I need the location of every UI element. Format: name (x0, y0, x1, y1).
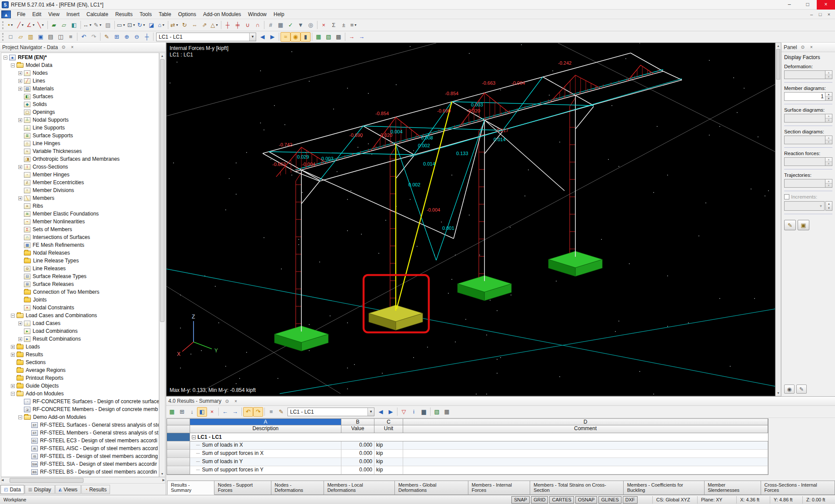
rotate-copy-icon[interactable]: ↻ (180, 20, 190, 30)
spinner-arrows[interactable]: ▲▼ (825, 71, 832, 79)
results-table-on-icon[interactable]: ▦ (167, 407, 177, 417)
tree-item[interactable]: ≣Surface Supports (1, 132, 159, 139)
divide-member-icon[interactable]: ╪ (233, 20, 243, 30)
tree-item[interactable]: −Add-on Modules (1, 390, 159, 398)
check-model-icon[interactable]: ✓ (286, 20, 296, 30)
collapse-icon[interactable]: − (11, 314, 15, 318)
group-row-cell[interactable]: −LC1 - LC1 (190, 433, 768, 441)
expand-icon[interactable]: + (18, 337, 22, 341)
tree-item[interactable]: ≅Member Elastic Foundations (1, 210, 159, 218)
menu-results[interactable]: Results (112, 10, 136, 18)
zoom-in-icon[interactable]: ⊕ (122, 32, 132, 42)
chevron-down-icon[interactable]: ▼ (249, 33, 256, 41)
merge-lines-icon[interactable]: ∪ (243, 20, 253, 30)
collapse-icon[interactable]: − (11, 63, 15, 67)
tree-item[interactable]: ⊝Line Releases (1, 265, 159, 272)
plane-status[interactable]: Plane: XY (697, 496, 722, 504)
edit-function-icon[interactable]: ✎ (102, 32, 112, 42)
nav-tab-results[interactable]: ◔Results (81, 485, 110, 494)
spinner-arrows[interactable]: ▲▼ (825, 136, 832, 144)
tree-item[interactable]: ◔RF-CONCRETE Surfaces - Design of concre… (1, 398, 159, 405)
print-preview-icon[interactable]: ◫ (56, 32, 66, 42)
tree-item[interactable]: ◧Surfaces (1, 93, 159, 100)
tree-item[interactable]: −Demo Add-on Modules (1, 413, 159, 421)
tree-item[interactable]: +┴Nodal Supports (1, 116, 159, 124)
results-tab-members-local-deformations[interactable]: Members - Local Deformations (324, 481, 395, 495)
column-header[interactable]: Description (190, 425, 341, 433)
previous-load-case-icon[interactable]: ◀ (257, 32, 267, 42)
table-delete-icon[interactable]: × (207, 407, 217, 417)
scrollbar-thumb[interactable] (160, 59, 164, 322)
rotate-view-icon[interactable]: ↻▼ (137, 20, 147, 30)
intersect-icon[interactable]: ∩ (253, 20, 263, 30)
menu-view[interactable]: View (45, 10, 63, 18)
results-tab-members-global-deformations[interactable]: Members - Global Deformations (395, 481, 468, 495)
cell-description[interactable]: ─Sum of loads in Y (190, 458, 341, 466)
scroll-up-icon[interactable]: ▲ (161, 53, 164, 59)
tree-item[interactable]: ○Line Hinges (1, 139, 159, 147)
column-header[interactable]: Unit (374, 425, 403, 433)
expand-icon[interactable]: + (18, 322, 22, 325)
row-mode-icon[interactable]: ≡ (266, 407, 276, 417)
tree-item[interactable]: +•Nodes (1, 69, 159, 77)
block-move-red-icon[interactable]: → (347, 32, 357, 42)
tree-item[interactable]: +↓Load Cases (1, 319, 159, 327)
expand-icon[interactable]: + (18, 71, 22, 75)
cell-unit[interactable]: kip (374, 450, 403, 458)
tree-item[interactable]: +Guide Objects (1, 382, 159, 390)
nav-tab-views[interactable]: ◭Views (55, 485, 81, 494)
display-properties-button[interactable]: ◉ (784, 385, 795, 394)
show-result-values-icon[interactable]: ◉ (291, 32, 301, 42)
expand-icon[interactable]: + (18, 87, 22, 91)
toggle-cartes[interactable]: CARTES (549, 496, 574, 504)
tree-item[interactable]: ≠Member Eccentricities (1, 179, 159, 186)
row-header[interactable] (167, 466, 190, 474)
open-model-icon[interactable]: ▱ (16, 32, 26, 42)
cell-value[interactable]: 0.000 (341, 458, 374, 466)
column-left-icon[interactable]: ← (220, 407, 230, 417)
tree-item[interactable]: Joints (1, 296, 159, 304)
edit-cell-icon[interactable]: ✎ (276, 407, 286, 417)
column-letter[interactable]: D (403, 419, 768, 425)
result-info-icon[interactable]: i (409, 407, 419, 417)
viewport-scrollbar[interactable]: ▲ ▼ (775, 43, 781, 396)
toggle-dxf[interactable]: DXF (623, 496, 638, 504)
tree-item[interactable]: ∩Intersections of Surfaces (1, 233, 159, 241)
tree-item[interactable]: Line Release Types (1, 257, 159, 265)
close-button[interactable]: × (817, 0, 835, 10)
open-project-icon[interactable]: ▥ (26, 32, 36, 42)
toggle-glines[interactable]: GLINES (598, 496, 621, 504)
tree-item[interactable]: −◆RFEM (EN)* (1, 53, 159, 61)
table-group-row[interactable]: −LC1 - LC1 (167, 433, 768, 441)
tree-item[interactable]: ⊟Surface Release Types (1, 272, 159, 280)
block-move-blue-icon[interactable]: → (357, 32, 367, 42)
results-tab-nodes-support-forces[interactable]: Nodes - Support Forces (214, 481, 271, 495)
tree-item[interactable]: Connection of Two Members (1, 288, 159, 296)
spinner-arrows[interactable]: ▲▼ (825, 114, 832, 122)
increments-checkbox[interactable] (784, 194, 789, 199)
redo-icon[interactable]: ↷ (89, 32, 99, 42)
results-tab-results-summary[interactable]: Results - Summary (167, 481, 214, 495)
filter-results-icon[interactable]: ▽ (399, 407, 409, 417)
tree-item[interactable]: ⊥Line Supports (1, 124, 159, 132)
mirror-icon[interactable]: ⇔ (190, 20, 200, 30)
cell-comment[interactable] (403, 441, 768, 450)
scroll-down-icon[interactable]: ▼ (777, 390, 780, 396)
cell-value[interactable]: 0.000 (341, 441, 374, 450)
next-load-case-icon[interactable]: ▶ (267, 32, 277, 42)
ole-export-icon[interactable]: ▩ (334, 32, 344, 42)
restore-button[interactable]: □ (798, 0, 817, 10)
column-letter[interactable]: B (341, 419, 374, 425)
column-header[interactable]: Comment (403, 425, 768, 433)
settings-icon[interactable]: ≡▼ (349, 20, 359, 30)
minimize-button[interactable]: – (780, 0, 798, 10)
mdi-minimize-button[interactable]: – (807, 11, 816, 17)
results-tab-nodes-deformations[interactable]: Nodes - Deformations (271, 481, 324, 495)
nav-tab-display[interactable]: ▥Display (25, 485, 55, 494)
pan-view-icon[interactable]: ┼ (142, 32, 152, 42)
scroll-right-icon[interactable]: ▶ (163, 477, 165, 483)
guide-object-icon[interactable]: ▨ (103, 20, 113, 30)
results-tab-members-total-strains-on-cross-section[interactable]: Members - Total Strains on Cross-Section (530, 481, 624, 495)
tree-item[interactable]: +▸Result Combinations (1, 335, 159, 343)
printout-report-icon[interactable]: ≡ (66, 32, 76, 42)
